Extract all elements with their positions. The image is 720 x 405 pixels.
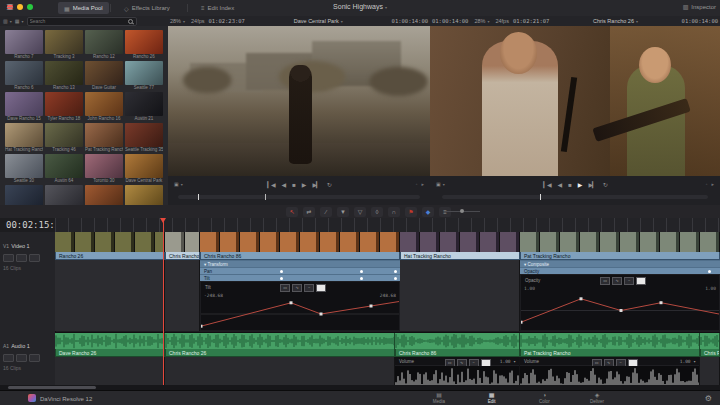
playhead[interactable] xyxy=(163,218,164,385)
source-zoom-dropdown[interactable]: 28%▾ xyxy=(170,18,185,24)
source-jog-bar[interactable] xyxy=(178,195,419,199)
video-clip[interactable]: Rancho 26 xyxy=(55,232,165,331)
bin-list-icon[interactable]: ▥▾ xyxy=(3,18,12,24)
video-clip[interactable]: Hat Tracking Rancho xyxy=(400,232,520,331)
replace-clip-button[interactable]: ◊ xyxy=(371,207,383,217)
audio-clip[interactable]: Pat Tracking RanchoVolume▭∿−1.00 ▾ xyxy=(520,333,700,386)
page-tab-media[interactable]: ▤Media xyxy=(418,392,460,405)
timeline-viewer[interactable] xyxy=(430,26,720,176)
step-forward-button[interactable]: ▶▎ xyxy=(312,180,319,190)
audio-track-solo-toggle[interactable] xyxy=(16,354,27,362)
remove-keyframe-button[interactable]: − xyxy=(624,277,634,285)
curve-editor-panel[interactable]: Opacity▭∿−1.001.00 xyxy=(520,274,720,331)
media-clip-thumbnail[interactable] xyxy=(85,154,123,178)
curve-mode-button[interactable]: ∿ xyxy=(292,284,302,292)
media-clip-thumbnail[interactable] xyxy=(85,123,123,147)
keyframe-group-row[interactable]: ▾ Composite xyxy=(520,260,720,267)
keyframe-dot[interactable] xyxy=(280,277,283,280)
play-button[interactable]: ▶ xyxy=(578,180,582,190)
media-clip-thumbnail[interactable] xyxy=(5,61,43,85)
page-tab-deliver[interactable]: ◈Deliver xyxy=(576,392,618,405)
keyframe-dot[interactable] xyxy=(394,270,397,273)
video-clip[interactable]: Pat Tracking Rancho▾ CompositeOpacityOpa… xyxy=(520,232,720,331)
media-clip-thumbnail[interactable] xyxy=(5,30,43,54)
audio-track-lock-toggle[interactable] xyxy=(3,354,14,362)
audio-clip[interactable]: Chris Rancho 86Volume▭∿−1.00 ▾ xyxy=(395,333,520,386)
media-clip-thumbnail[interactable] xyxy=(5,123,43,147)
media-clip-thumbnail[interactable] xyxy=(5,92,43,116)
loop-button[interactable]: ↻ xyxy=(327,180,331,190)
tab-edit-index[interactable]: ≡Edit Index xyxy=(195,2,240,14)
hamburger-menu-icon[interactable]: ☰ xyxy=(6,3,13,13)
timeline-clip-name-dropdown[interactable]: Chris Rancho 26▾ xyxy=(593,18,638,24)
curve-mode-button[interactable]: ∿ xyxy=(612,277,622,285)
media-clip-thumbnail[interactable] xyxy=(45,30,83,54)
source-viewer[interactable] xyxy=(168,26,430,176)
thumbnail-view-icon[interactable]: ▦▾ xyxy=(15,18,24,24)
timeline-ruler[interactable] xyxy=(55,218,720,233)
step-back-button[interactable]: ◀ xyxy=(282,180,286,190)
marker-button[interactable]: ◆ xyxy=(422,207,434,217)
video-track-header[interactable]: V1Video 1 16 Clips xyxy=(0,234,58,271)
zoom-window-button[interactable] xyxy=(27,4,33,10)
tab-effects-library[interactable]: ◇Effects Library xyxy=(118,2,176,14)
timeline-match-frame-icon[interactable]: ◦ xyxy=(706,181,708,187)
stop-button[interactable]: ■ xyxy=(292,180,295,190)
search-icon[interactable] xyxy=(128,19,133,24)
go-to-first-frame-button[interactable]: ▎◀ xyxy=(267,180,274,190)
audio-clip[interactable]: Chris Rancho 26 xyxy=(165,333,395,386)
scrollbar-thumb[interactable] xyxy=(8,386,96,389)
tab-media-pool[interactable]: ▦Media Pool xyxy=(58,2,109,14)
step-forward-button[interactable]: ▶▎ xyxy=(588,180,595,190)
video-track-enable-toggle[interactable] xyxy=(29,254,40,262)
keyframe-dot[interactable] xyxy=(708,270,711,273)
keyframe-mode-button[interactable]: ▭ xyxy=(600,277,610,285)
trim-edit-mode-tool[interactable]: ⇄ xyxy=(303,207,315,217)
razor-tool[interactable]: ∕ xyxy=(320,207,332,217)
video-track-lock-toggle[interactable] xyxy=(3,254,14,262)
source-match-frame-icon[interactable]: ◦ xyxy=(416,181,418,187)
settings-gear-icon[interactable]: ⚙ xyxy=(705,394,712,403)
go-to-first-frame-button[interactable]: ▎◀ xyxy=(543,180,550,190)
media-clip-thumbnail[interactable] xyxy=(85,61,123,85)
selection-mode-tool[interactable]: ↖ xyxy=(286,207,298,217)
volume-automation-panel[interactable]: Volume▭∿−1.00 ▾ xyxy=(520,357,700,386)
media-clip-thumbnail[interactable] xyxy=(125,92,163,116)
volume-value-dropdown[interactable]: 1.00 ▾ xyxy=(500,359,516,364)
media-clip-thumbnail[interactable] xyxy=(5,154,43,178)
minimize-window-button[interactable] xyxy=(17,4,23,10)
loop-button[interactable]: ↻ xyxy=(603,180,607,190)
keyframe-mode-button[interactable]: ▭ xyxy=(280,284,290,292)
page-tab-edit[interactable]: ▦Edit xyxy=(471,392,513,405)
add-keyframe-button[interactable] xyxy=(316,284,326,292)
remove-keyframe-button[interactable]: − xyxy=(304,284,314,292)
keyframe-param-row[interactable]: Pan xyxy=(200,267,400,274)
play-button[interactable]: ▶ xyxy=(302,180,306,190)
keyframe-group-row[interactable]: ▾ Transform xyxy=(200,260,400,267)
overwrite-clip-button[interactable]: ▽ xyxy=(354,207,366,217)
keyframe-dot[interactable] xyxy=(280,270,283,273)
media-clip-thumbnail[interactable] xyxy=(125,123,163,147)
timeline-zoom-dropdown[interactable]: 28%▾ xyxy=(474,18,489,24)
page-tab-color[interactable]: ◑Color xyxy=(523,392,565,405)
video-clip[interactable]: Chris Rancho 86▾ TransformPanTiltTilt▭∿−… xyxy=(200,232,400,331)
media-clip-thumbnail[interactable] xyxy=(85,92,123,116)
inspector-button[interactable]: ▥ Inspector xyxy=(683,3,716,10)
media-clip-thumbnail[interactable] xyxy=(45,123,83,147)
insert-clip-button[interactable]: ▼ xyxy=(337,207,349,217)
add-keyframe-button[interactable] xyxy=(636,277,646,285)
keyframe-dot[interactable] xyxy=(360,277,363,280)
volume-value-dropdown[interactable]: 1.00 ▾ xyxy=(680,359,696,364)
source-clip-name-dropdown[interactable]: Dave Central Park▾ xyxy=(294,18,343,24)
audio-track-header[interactable]: A1Audio 1 16 Clips xyxy=(0,334,58,371)
audio-clip[interactable]: Dave Rancho 26 xyxy=(55,333,165,386)
audio-track-mute-toggle[interactable] xyxy=(29,354,40,362)
media-clip-thumbnail[interactable] xyxy=(45,154,83,178)
search-input[interactable] xyxy=(30,18,122,25)
media-clip-thumbnail[interactable] xyxy=(45,92,83,116)
audio-clip[interactable]: Chris Rancho 26 xyxy=(700,333,720,386)
keyframe-param-row[interactable]: Opacity xyxy=(520,267,720,274)
volume-automation-panel[interactable]: Volume▭∿−1.00 ▾ xyxy=(395,357,520,386)
source-camera-icon[interactable]: ▸ xyxy=(421,181,424,187)
timeline-camera-icon[interactable]: ▸ xyxy=(711,181,714,187)
